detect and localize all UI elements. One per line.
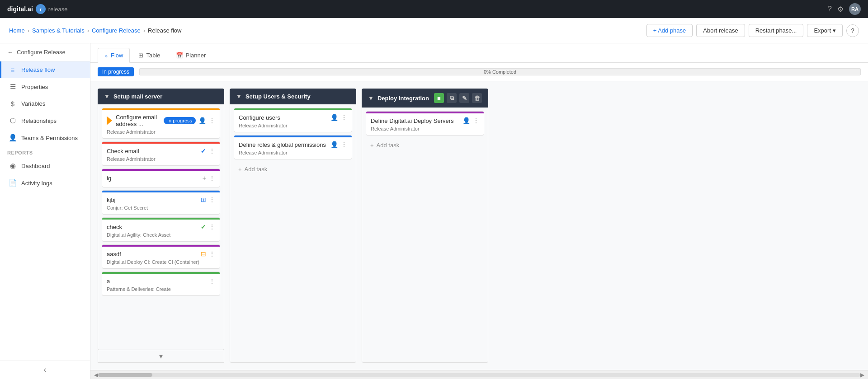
task-meta: Digital.ai Agility: Check Asset: [107, 232, 215, 238]
task-name: ig: [107, 175, 203, 182]
scrollbar-thumb[interactable]: [98, 373, 152, 377]
task-menu-icon[interactable]: ⋮: [209, 117, 215, 124]
help-circle-icon[interactable]: ?: [846, 24, 859, 37]
task-check-email[interactable]: Check email ✔ ⋮ Release Administrator: [102, 141, 220, 166]
sidebar-item-release-flow[interactable]: ≡ Release flow: [0, 61, 90, 78]
reports-section-label: REPORTS: [0, 146, 90, 157]
task-menu-icon[interactable]: ⋮: [209, 196, 215, 203]
sidebar-item-label: Relationships: [21, 117, 57, 124]
sidebar-item-relationships[interactable]: ⬡ Relationships: [0, 112, 90, 129]
tab-table[interactable]: ⊞ Table: [132, 48, 167, 62]
task-menu-icon[interactable]: ⋮: [341, 114, 347, 121]
task-menu-icon[interactable]: ⋮: [209, 223, 215, 230]
task-define-roles[interactable]: Define roles & global permissions 👤 ⋮ Re…: [234, 135, 352, 159]
task-header: kjbj ⊞ ⋮: [107, 196, 215, 203]
add-phase-button[interactable]: + Add phase: [646, 24, 693, 37]
task-ig[interactable]: ig + ⋮: [102, 168, 220, 187]
export-button[interactable]: Export ▾: [807, 24, 843, 37]
add-task-deploy[interactable]: + Add task: [366, 138, 484, 152]
task-user-icon[interactable]: 👤: [462, 117, 470, 124]
sidebar-item-variables[interactable]: $ Variables: [0, 95, 90, 112]
phase-edit-icon[interactable]: ✎: [459, 93, 469, 103]
phase-collapse-icon[interactable]: ▼: [104, 93, 110, 100]
sidebar-item-activity-logs[interactable]: 📄 Activity logs: [0, 174, 90, 192]
task-kjbj[interactable]: kjbj ⊞ ⋮ Conjur: Get Secret: [102, 190, 220, 215]
scroll-right-icon[interactable]: ▶: [860, 372, 864, 378]
task-name: Configure email address ...: [116, 114, 164, 127]
task-menu-icon[interactable]: ⋮: [473, 117, 479, 124]
scroll-left-icon[interactable]: ◀: [94, 372, 98, 378]
phase-delete-icon[interactable]: 🗑: [472, 93, 482, 103]
task-configure-users[interactable]: Configure users 👤 ⋮ Release Administrato…: [234, 108, 352, 132]
phase-collapse-icon[interactable]: ▼: [368, 95, 374, 102]
sep2: ›: [87, 27, 89, 34]
phase-scroll-down[interactable]: ▾: [98, 350, 224, 363]
task-aasdf[interactable]: aasdf ⊟ ⋮ Digital.ai Deploy CI: Create C…: [102, 244, 220, 269]
task-user-icon[interactable]: 👤: [330, 141, 338, 148]
task-status-badge: In progress: [164, 117, 196, 124]
add-task-setup-users[interactable]: + Add task: [234, 162, 352, 176]
horizontal-scrollbar[interactable]: ◀ ▶: [90, 370, 868, 379]
task-header: Configure email address ... In progress …: [107, 114, 215, 127]
tab-flow[interactable]: ⬦ Flow: [98, 48, 130, 63]
phase-header-deploy: ▼ Deploy integration ■ ⧉ ✎ 🗑: [362, 89, 488, 108]
task-check-icon[interactable]: ✔: [201, 147, 206, 154]
top-nav-right: ? ⚙ RA: [828, 3, 861, 15]
task-inner: Define Digital.ai Deploy Servers 👤 ⋮ Rel…: [366, 113, 484, 135]
sidebar-collapse-icon[interactable]: ‹: [44, 365, 47, 374]
scrollbar-track: [98, 373, 860, 377]
breadcrumb-configure[interactable]: Configure Release: [92, 27, 141, 34]
dashboard-icon: ◉: [9, 162, 17, 170]
table-tab-icon: ⊞: [138, 52, 143, 59]
task-menu-icon[interactable]: ⋮: [209, 250, 215, 257]
app-logo: digital.ai r release: [7, 4, 67, 14]
task-user-icon[interactable]: 👤: [330, 114, 338, 121]
sidebar-item-properties[interactable]: ☰ Properties: [0, 78, 90, 95]
avatar[interactable]: RA: [849, 3, 861, 15]
phase-collapse-icon[interactable]: ▼: [236, 93, 242, 100]
task-inner: Define roles & global permissions 👤 ⋮ Re…: [234, 137, 352, 159]
task-inner: check ✔ ⋮ Digital.ai Agility: Check Asse…: [102, 220, 220, 241]
activity-logs-icon: 📄: [9, 179, 17, 187]
task-a[interactable]: a ⋮ Patterns & Deliveries: Create: [102, 271, 220, 296]
back-arrow-icon: ←: [7, 49, 13, 56]
task-meta: Release Administrator: [107, 156, 215, 162]
sidebar-item-dashboard[interactable]: ◉ Dashboard: [0, 157, 90, 174]
add-task-label: Add task: [245, 166, 268, 173]
task-meta: Release Administrator: [239, 150, 347, 155]
phase-run-icon[interactable]: ■: [434, 93, 444, 103]
task-user-icon[interactable]: 👤: [198, 117, 206, 124]
restart-phase-button[interactable]: Restart phase...: [749, 24, 804, 37]
help-icon[interactable]: ?: [828, 5, 832, 13]
task-header: check ✔ ⋮: [107, 223, 215, 230]
tab-planner[interactable]: 📅 Planner: [169, 48, 213, 62]
logo-wordmark: digital.ai: [7, 5, 33, 13]
phase-body-setup-mail: Configure email address ... In progress …: [98, 104, 224, 350]
phase-header-setup-mail: ▼ Setup mail server: [98, 89, 224, 104]
sidebar-back-button[interactable]: ← Configure Release: [0, 43, 90, 61]
sidebar-item-label: Dashboard: [21, 163, 50, 169]
task-menu-icon[interactable]: ⋮: [341, 141, 347, 148]
task-add-icon[interactable]: +: [203, 174, 206, 182]
sidebar-item-teams-permissions[interactable]: 👤 Teams & Permissions: [0, 129, 90, 146]
task-define-deploy[interactable]: Define Digital.ai Deploy Servers 👤 ⋮ Rel…: [366, 111, 484, 136]
phase-setup-users: ▼ Setup Users & Security Configure users…: [230, 89, 356, 363]
task-meta: Patterns & Deliveries: Create: [107, 286, 215, 292]
breadcrumb-home[interactable]: Home: [9, 27, 25, 34]
abort-release-button[interactable]: Abort release: [696, 24, 745, 37]
task-menu-icon[interactable]: ⋮: [209, 174, 215, 182]
task-title-area: Configure email address ...: [107, 114, 164, 127]
scroll-down-icon: ▾: [159, 352, 163, 360]
sep1: ›: [28, 27, 29, 34]
svg-text:r: r: [40, 7, 42, 12]
breadcrumb-samples[interactable]: Samples & Tutorials: [32, 27, 85, 34]
phase-copy-icon[interactable]: ⧉: [447, 93, 457, 103]
settings-icon[interactable]: ⚙: [837, 5, 844, 14]
product-name: release: [48, 6, 68, 13]
progress-bar: 0% Completed: [139, 68, 861, 75]
task-check[interactable]: check ✔ ⋮ Digital.ai Agility: Check Asse…: [102, 217, 220, 242]
task-actions: ⊞ ⋮: [201, 196, 215, 203]
task-menu-icon[interactable]: ⋮: [209, 277, 215, 285]
task-menu-icon[interactable]: ⋮: [209, 147, 215, 154]
task-configure-email[interactable]: Configure email address ... In progress …: [102, 108, 220, 139]
